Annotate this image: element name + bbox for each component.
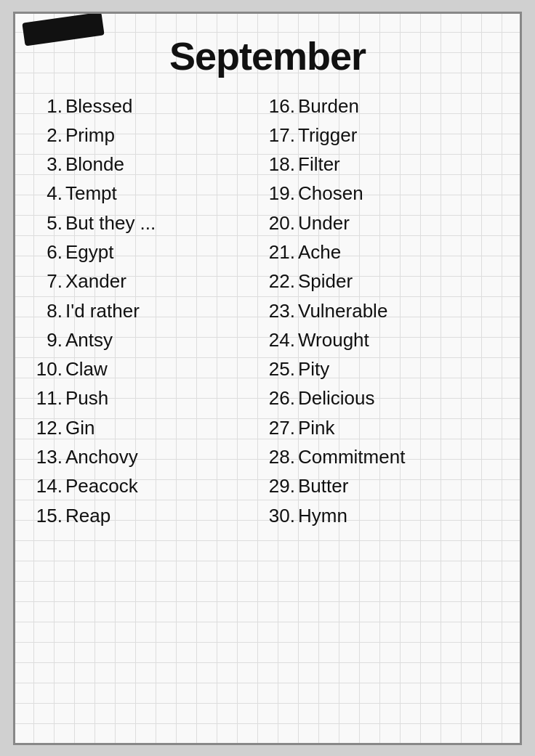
item-number: 18. [268, 150, 295, 179]
item-number: 3. [35, 150, 63, 179]
item-word: Ache [298, 241, 341, 263]
page: September 1.Blessed2.Primp3.Blonde4.Temp… [13, 12, 522, 745]
item-word: Gin [65, 417, 94, 439]
item-number: 16. [268, 92, 295, 121]
list-item: 14.Peacock [35, 471, 268, 500]
list-column-2: 16.Burden17.Trigger18.Filter19.Chosen20.… [268, 92, 500, 530]
list-item: 27.Pink [268, 413, 500, 442]
page-title: September [35, 33, 500, 78]
item-number: 25. [268, 354, 295, 383]
list-item: 29.Butter [268, 471, 500, 500]
list-item: 26.Delicious [268, 383, 500, 412]
item-number: 26. [268, 383, 295, 412]
item-number: 30. [268, 501, 295, 530]
item-word: Vulnerable [298, 300, 387, 322]
item-word: Delicious [298, 387, 375, 409]
item-word: Chosen [298, 182, 363, 204]
item-word: Butter [298, 475, 348, 497]
list-item: 20.Under [268, 208, 500, 237]
item-number: 10. [35, 354, 63, 383]
item-word: Spider [298, 270, 353, 292]
item-number: 23. [268, 296, 295, 325]
word-list-container: 1.Blessed2.Primp3.Blonde4.Tempt5.But the… [35, 92, 500, 530]
list-item: 30.Hymn [268, 501, 500, 530]
item-number: 24. [268, 325, 295, 354]
item-word: Peacock [65, 475, 138, 497]
item-word: Antsy [65, 329, 113, 351]
item-number: 4. [35, 179, 63, 208]
item-word: Commitment [298, 446, 405, 468]
item-number: 27. [268, 413, 295, 442]
item-word: Hymn [298, 505, 347, 527]
list-item: 17.Trigger [268, 121, 500, 150]
item-number: 7. [35, 267, 63, 296]
list-item: 13.Anchovy [35, 442, 268, 471]
list-item: 5.But they ... [35, 208, 268, 237]
item-word: But they ... [65, 212, 156, 234]
list-item: 7.Xander [35, 267, 268, 296]
list-item: 18.Filter [268, 150, 500, 179]
item-number: 17. [268, 121, 295, 150]
content-area: September 1.Blessed2.Primp3.Blonde4.Temp… [13, 12, 522, 545]
item-number: 28. [268, 442, 295, 471]
item-number: 11. [35, 383, 63, 412]
list-column-1: 1.Blessed2.Primp3.Blonde4.Tempt5.But the… [35, 92, 268, 530]
item-number: 12. [35, 413, 63, 442]
item-number: 15. [35, 501, 63, 530]
item-number: 21. [268, 237, 295, 267]
item-number: 2. [35, 121, 63, 150]
item-number: 14. [35, 471, 63, 500]
item-word: Egypt [65, 241, 114, 263]
list-item: 4.Tempt [35, 179, 268, 208]
list-item: 9.Antsy [35, 325, 268, 354]
list-item: 28.Commitment [268, 442, 500, 471]
list-item: 23.Vulnerable [268, 296, 500, 325]
list-item: 10.Claw [35, 354, 268, 383]
list-item: 22.Spider [268, 267, 500, 296]
item-word: Trigger [298, 124, 357, 146]
list-item: 1.Blessed [35, 92, 268, 121]
item-number: 20. [268, 208, 295, 237]
list-item: 3.Blonde [35, 150, 268, 179]
item-word: I'd rather [65, 300, 140, 322]
list-item: 6.Egypt [35, 237, 268, 267]
item-word: Xander [65, 270, 126, 292]
item-number: 5. [35, 208, 63, 237]
list-item: 25.Pity [268, 354, 500, 383]
item-word: Anchovy [65, 446, 138, 468]
item-word: Burden [298, 95, 359, 117]
item-word: Filter [298, 153, 340, 175]
item-number: 8. [35, 296, 63, 325]
list-item: 19.Chosen [268, 179, 500, 208]
list-item: 12.Gin [35, 413, 268, 442]
item-word: Wrought [298, 329, 369, 351]
item-number: 22. [268, 267, 295, 296]
item-word: Pink [298, 417, 335, 439]
list-item: 15.Reap [35, 501, 268, 530]
list-item: 16.Burden [268, 92, 500, 121]
item-number: 29. [268, 471, 295, 500]
list-item: 2.Primp [35, 121, 268, 150]
item-word: Blessed [65, 95, 133, 117]
item-word: Under [298, 212, 350, 234]
item-word: Reap [65, 505, 110, 527]
item-word: Primp [65, 124, 115, 146]
item-word: Blonde [65, 153, 124, 175]
item-number: 9. [35, 325, 63, 354]
item-number: 1. [35, 92, 63, 121]
item-number: 6. [35, 237, 63, 267]
list-item: 8.I'd rather [35, 296, 268, 325]
item-word: Tempt [65, 182, 117, 204]
list-item: 24.Wrought [268, 325, 500, 354]
item-word: Claw [65, 358, 108, 380]
list-item: 11.Push [35, 383, 268, 412]
item-number: 19. [268, 179, 295, 208]
item-number: 13. [35, 442, 63, 471]
list-item: 21.Ache [268, 237, 500, 267]
item-word: Pity [298, 358, 329, 380]
item-word: Push [65, 387, 108, 409]
